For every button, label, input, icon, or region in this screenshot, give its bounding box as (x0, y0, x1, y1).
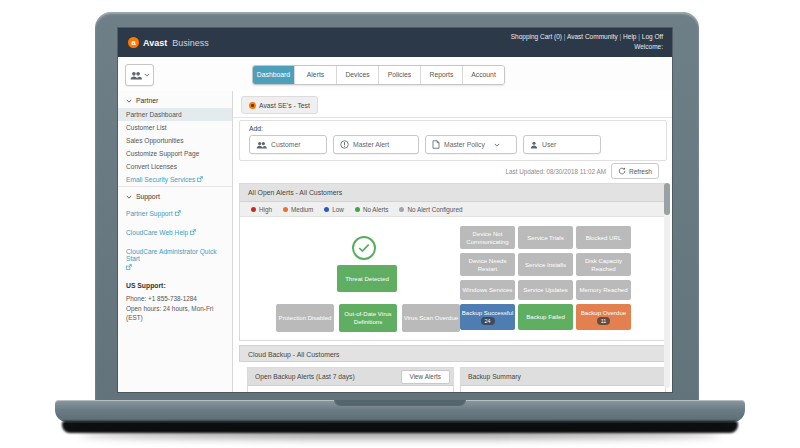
scrollbar-thumb[interactable] (664, 183, 670, 215)
button-label: Backup Overdue (581, 309, 626, 317)
device-needs-restart-button[interactable]: Device Needs Restart (460, 253, 515, 276)
tab-devices[interactable]: Devices (337, 66, 379, 84)
high-dot-icon (251, 207, 256, 212)
section-title: Support (136, 193, 160, 200)
windows-services-button[interactable]: Windows Services (460, 280, 515, 300)
external-link-icon (197, 176, 203, 182)
sidebar-section-support[interactable]: Support (118, 186, 232, 204)
backup-overdue-button[interactable]: Backup Overdue 11 (576, 304, 631, 330)
add-button-row: Customer Master Alert Master Policy (240, 135, 666, 154)
brand-suffix: Business (172, 38, 209, 48)
nav-tab-bar: Dashboard Alerts Devices Policies Report… (252, 65, 505, 85)
logoff-link[interactable]: Log Off (636, 33, 663, 40)
tab-reports[interactable]: Reports (421, 66, 463, 84)
alert-status-grid: Device Not Communicating Service Trials … (460, 226, 631, 330)
sidebar-item-cloudcare-web-help[interactable]: CloudCare Web Help (118, 223, 232, 242)
tab-dashboard[interactable]: Dashboard (253, 66, 295, 84)
legend-no-alerts: No Alerts (355, 206, 389, 213)
view-alerts-button[interactable]: View Alerts (401, 370, 451, 384)
add-master-alert-button[interactable]: Master Alert (333, 135, 419, 154)
tab-account[interactable]: Account (463, 66, 504, 84)
alerts-panel-body: Threat Detected Protection Disabled Out-… (240, 217, 666, 340)
blocked-url-button[interactable]: Blocked URL (576, 226, 631, 249)
button-label: Backup Successful (462, 309, 514, 317)
no-alerts-dot-icon (355, 207, 360, 212)
last-updated-label: Last Updated: (506, 168, 545, 175)
button-label: Customer (271, 141, 300, 148)
us-support-phone: Phone: +1 855-738-1284 (126, 294, 224, 304)
help-link[interactable]: Help (618, 33, 637, 40)
sidebar-item-email-security-services[interactable]: Email Security Services (118, 173, 232, 186)
laptop-base-notch (334, 400, 466, 407)
main-scrollbar[interactable] (664, 183, 670, 388)
device-not-communicating-button[interactable]: Device Not Communicating (460, 226, 515, 249)
alert-status-row: Protection Disabled Out-of-Date Virus De… (276, 304, 460, 332)
external-link-icon (190, 229, 196, 235)
cloud-backup-header: Cloud Backup - All Customers (239, 345, 665, 362)
sidebar-item-customize-support-page[interactable]: Customize Support Page (118, 147, 232, 160)
caret-down-icon (126, 99, 132, 103)
disk-capacity-reached-button[interactable]: Disk Capacity Reached (576, 253, 631, 276)
link-label: Email Security Services (126, 176, 195, 183)
avast-logo-icon: a (128, 37, 139, 48)
count-badge: 11 (597, 317, 611, 325)
low-dot-icon (324, 207, 329, 212)
sidebar-item-partner-support[interactable]: Partner Support (118, 204, 232, 223)
memory-reached-button[interactable]: Memory Reached (576, 280, 631, 300)
button-label: User (542, 141, 556, 148)
add-user-button[interactable]: User (523, 135, 601, 154)
add-customer-button[interactable]: Customer (249, 135, 327, 154)
protection-disabled-button[interactable]: Protection Disabled (276, 304, 334, 332)
brand-logo: a Avast Business (128, 37, 209, 48)
community-link[interactable]: Avast Community (562, 33, 618, 40)
laptop-screen: a Avast Business Shopping Cart (0)Avast … (118, 28, 672, 392)
context-tab-row: Avast SE's - Test (233, 91, 672, 118)
section-title: Partner (136, 97, 158, 104)
virus-scan-overdue-button[interactable]: Virus Scan Overdue (402, 304, 460, 332)
sidebar-item-cloudcare-admin-quick-start[interactable]: CloudCare Administrator Quick Start (118, 242, 232, 276)
avast-mini-icon (249, 102, 256, 109)
count-badge: 24 (481, 317, 495, 325)
refresh-button[interactable]: Refresh (611, 163, 659, 179)
button-label: Master Alert (353, 141, 389, 148)
out-of-date-virus-definitions-button[interactable]: Out-of-Date Virus Definitions (339, 304, 397, 332)
sidebar-item-partner-dashboard[interactable]: Partner Dashboard (118, 108, 232, 121)
service-trials-button[interactable]: Service Trials (518, 226, 573, 249)
add-panel: Add: Customer Master Alert (239, 120, 667, 161)
service-updates-button[interactable]: Service Updates (518, 280, 573, 300)
tab-alerts[interactable]: Alerts (295, 66, 337, 84)
backup-summary-header: Backup Summary (461, 368, 665, 386)
add-label: Add: (240, 121, 666, 135)
main-content: Avast SE's - Test Add: Customer (233, 91, 672, 392)
top-navbar: a Avast Business Shopping Cart (0)Avast … (118, 28, 672, 57)
threat-detected-button[interactable]: Threat Detected (337, 265, 397, 292)
last-updated-value: 08/30/2018 11:02 AM (547, 168, 606, 175)
link-label: CloudCare Web Help (126, 229, 188, 236)
legend-low: Low (324, 206, 344, 213)
add-master-policy-button[interactable]: Master Policy (425, 135, 517, 154)
sidebar-item-convert-licenses[interactable]: Convert Licenses (118, 160, 232, 173)
customers-icon (130, 71, 142, 80)
shopping-cart-link[interactable]: Shopping Cart (0) (511, 33, 562, 40)
us-support-title: US Support: (126, 282, 224, 289)
legend-high: High (251, 206, 272, 213)
context-tab[interactable]: Avast SE's - Test (241, 96, 318, 114)
last-updated-row: Last Updated: 08/30/2018 11:02 AM Refres… (506, 163, 659, 179)
sidebar-section-partner[interactable]: Partner (118, 91, 232, 108)
tab-policies[interactable]: Policies (379, 66, 421, 84)
panel-title: Backup Summary (468, 373, 521, 380)
backup-failed-button[interactable]: Backup Failed (518, 304, 573, 330)
sidebar-item-sales-opportunities[interactable]: Sales Opportunities (118, 134, 232, 147)
org-selector-button[interactable] (125, 64, 154, 86)
link-label: CloudCare Administrator Quick Start (126, 248, 224, 262)
chevron-down-icon (494, 143, 500, 147)
service-installs-button[interactable]: Service Installs (518, 253, 573, 276)
sidebar: Partner Partner Dashboard Customer List … (118, 91, 233, 392)
alerts-panel-header: All Open Alerts - All Customers (240, 184, 666, 202)
external-link-icon (126, 264, 132, 270)
laptop-shadow-soft (80, 430, 720, 438)
backup-successful-button[interactable]: Backup Successful 24 (460, 304, 515, 330)
sidebar-item-customer-list[interactable]: Customer List (118, 121, 232, 134)
legend-no-alert-configured: No Alert Configured (399, 206, 462, 213)
user-icon (530, 141, 538, 149)
